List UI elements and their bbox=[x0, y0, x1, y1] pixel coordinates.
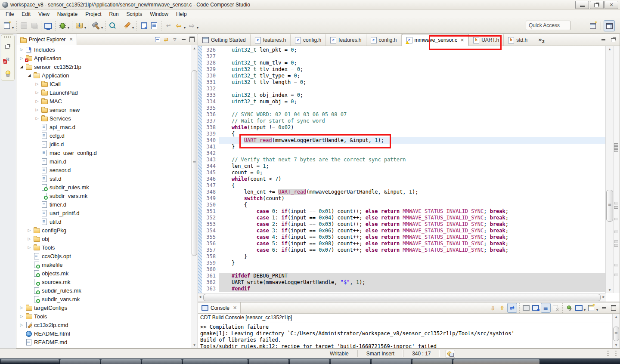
dropdown-caret-icon[interactable]: ▾ bbox=[84, 26, 86, 30]
dropdown-caret-icon[interactable]: ▾ bbox=[101, 26, 103, 30]
outline-icon[interactable] bbox=[149, 21, 159, 31]
menu-item-help[interactable]: Help bbox=[172, 11, 191, 18]
scrollbar-thumb[interactable] bbox=[606, 190, 613, 222]
expand-icon[interactable]: ▷ bbox=[19, 305, 24, 310]
tree-item[interactable]: ▷Tools bbox=[16, 312, 191, 321]
tree-item[interactable]: makefile bbox=[16, 260, 191, 269]
tree-item[interactable]: uart_printf.d bbox=[16, 209, 191, 217]
prev-annotation-icon[interactable] bbox=[498, 303, 507, 312]
scroll-down-icon[interactable]: ▼ bbox=[606, 287, 614, 293]
dropdown-caret-icon[interactable]: ▾ bbox=[184, 26, 186, 30]
tree-item[interactable]: sensor.d bbox=[16, 166, 191, 174]
tree-item[interactable]: objects.mk bbox=[16, 269, 191, 278]
lightbulb-icon[interactable] bbox=[3, 68, 13, 78]
collapse-all-icon[interactable] bbox=[153, 35, 162, 44]
taskbar-item[interactable] bbox=[101, 359, 141, 364]
close-icon[interactable]: ✕ bbox=[69, 37, 73, 42]
menu-item-window[interactable]: Window bbox=[146, 11, 172, 18]
expand-icon[interactable]: ▷ bbox=[34, 90, 40, 95]
code-line[interactable]: 338 while(input != 0x02) bbox=[202, 124, 606, 131]
menu-item-view[interactable]: View bbox=[34, 11, 53, 18]
code-line[interactable]: 330 uint32_t tlv_type = 0; bbox=[202, 73, 606, 79]
search-icon[interactable] bbox=[108, 21, 118, 31]
overview-ruler[interactable] bbox=[613, 46, 620, 293]
tree-item[interactable]: sources.mk bbox=[16, 278, 191, 286]
code-line[interactable]: 342 bbox=[202, 150, 606, 157]
word-wrap-icon[interactable] bbox=[541, 303, 551, 313]
editor-vscrollbar[interactable]: ▲ ▼ bbox=[605, 46, 614, 293]
scrollbar-thumb[interactable] bbox=[192, 70, 197, 256]
menu-item-file[interactable]: File bbox=[2, 11, 18, 18]
debug-icon[interactable] bbox=[57, 21, 68, 31]
expand-icon[interactable]: ▷ bbox=[34, 82, 40, 86]
scroll-left-icon[interactable]: ◀ bbox=[199, 295, 201, 299]
occurrence-marker[interactable] bbox=[614, 149, 618, 152]
editor-hscrollbar[interactable]: ◀ ▶ bbox=[198, 293, 606, 302]
restore-icon[interactable] bbox=[590, 1, 604, 9]
tree-scrollbar[interactable]: ▲ ▼ bbox=[191, 45, 198, 348]
expand-icon[interactable]: ▷ bbox=[19, 323, 24, 327]
code-line[interactable]: 362 UART_write(mmwaveLoggerUartHandle, "… bbox=[202, 279, 606, 286]
minimize-icon[interactable] bbox=[575, 1, 589, 9]
code-line[interactable]: 331 uint32_t tlv_length = 0; bbox=[202, 79, 606, 86]
new-file-icon[interactable] bbox=[2, 21, 12, 31]
tree-item[interactable]: ▷configPkg bbox=[16, 226, 191, 234]
scroll-up-icon[interactable]: ▲ bbox=[606, 46, 614, 52]
next-annotation-icon[interactable] bbox=[488, 303, 497, 312]
scroll-up-icon[interactable]: ▲ bbox=[613, 314, 620, 320]
collapse-icon[interactable]: ◢ bbox=[27, 73, 32, 77]
code-line[interactable]: 326 uint32_t len_pkt = 0; bbox=[202, 47, 606, 53]
editor-tab-std-h[interactable]: hstd.h bbox=[504, 34, 532, 46]
code-line[interactable]: 335 bbox=[202, 105, 606, 111]
dropdown-caret-icon[interactable]: ▾ bbox=[584, 308, 586, 312]
tree-item[interactable]: mac_user_config.d bbox=[16, 148, 191, 157]
pin-console-icon[interactable] bbox=[565, 303, 574, 312]
dropdown-caret-icon[interactable]: ▾ bbox=[68, 26, 69, 30]
taskbar-item[interactable] bbox=[142, 359, 182, 364]
taskbar-item[interactable] bbox=[183, 359, 248, 364]
code-line[interactable]: 332 bbox=[202, 86, 606, 92]
tree-item[interactable]: ccfg.d bbox=[16, 131, 191, 140]
forward-icon[interactable] bbox=[186, 21, 197, 31]
code-line[interactable]: 341 } bbox=[202, 144, 606, 150]
project-explorer-tab[interactable]: Project Explorer ✕ bbox=[16, 34, 77, 45]
occurrence-marker[interactable] bbox=[614, 264, 618, 266]
editor-tab-features-h[interactable]: cfeatures.h bbox=[326, 34, 366, 46]
tree-item[interactable]: subdir_rules.mk bbox=[16, 183, 191, 191]
editor-tab-getting-started[interactable]: Getting Started bbox=[198, 34, 251, 46]
tree-item[interactable]: ▷targetConfigs bbox=[16, 303, 191, 312]
open-console-icon[interactable] bbox=[587, 303, 596, 312]
editor-tab-config-h[interactable]: cconfig.h bbox=[366, 34, 402, 46]
code-line[interactable]: 347 { bbox=[202, 182, 606, 189]
build-icon[interactable] bbox=[91, 21, 101, 31]
expand-icon[interactable]: ▷ bbox=[27, 228, 32, 232]
code-line[interactable]: 333 uint32_t obj_index = 0; bbox=[202, 92, 606, 99]
tree-item[interactable]: ssf.d bbox=[16, 174, 191, 183]
tab-overflow[interactable]: »2 bbox=[538, 36, 545, 44]
tree-item[interactable]: ▷obj bbox=[16, 234, 191, 243]
code-line[interactable]: 353 case 2: if(input == 0x03) count++; e… bbox=[202, 221, 606, 228]
tree-item[interactable]: ▷cc13x2lp.cmd bbox=[16, 321, 191, 329]
scroll-down-icon[interactable]: ▼ bbox=[613, 342, 620, 348]
tree-item[interactable]: main.d bbox=[16, 157, 191, 166]
tree-item[interactable]: ccsObjs.opt bbox=[16, 252, 191, 260]
menu-item-navigate[interactable]: Navigate bbox=[53, 11, 81, 18]
code-line[interactable]: 344 len_cnt = 1; bbox=[202, 163, 606, 170]
scroll-down-icon[interactable]: ▼ bbox=[191, 342, 198, 348]
occurrence-marker[interactable] bbox=[614, 218, 618, 220]
code-line[interactable]: 348 len_cnt += UART_read(mmwaveLoggerUar… bbox=[202, 189, 606, 195]
last-edit-location-icon[interactable] bbox=[163, 21, 174, 31]
code-line[interactable]: 345 count = 0; bbox=[202, 170, 606, 176]
taskbar-item[interactable] bbox=[372, 359, 411, 364]
occurrence-marker[interactable] bbox=[614, 206, 618, 209]
tree-item[interactable]: ▷Includes bbox=[16, 45, 191, 54]
taskbar-item[interactable] bbox=[412, 359, 452, 364]
tree-item[interactable]: subdir_rules.mk bbox=[16, 286, 191, 295]
code-line[interactable]: 336 // SYNC WORD: 02 01 04 03 06 05 08 0… bbox=[202, 111, 606, 118]
expand-icon[interactable]: ▷ bbox=[34, 116, 40, 120]
open-declaration-icon[interactable] bbox=[139, 21, 149, 31]
maximize-view-icon[interactable] bbox=[188, 35, 196, 44]
taskbar-item[interactable] bbox=[290, 359, 329, 364]
code-line[interactable]: 352 case 1: if(input == 0x04) count++; e… bbox=[202, 215, 606, 221]
tree-item[interactable]: ▷MAC bbox=[16, 97, 191, 105]
